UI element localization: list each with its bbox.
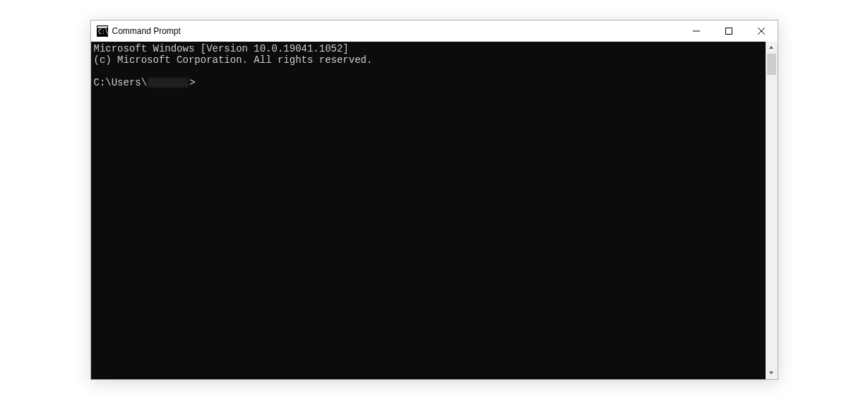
maximize-button[interactable] xyxy=(713,20,745,42)
svg-rect-3 xyxy=(693,30,700,31)
svg-text:C:\: C:\ xyxy=(98,29,108,35)
minimize-button[interactable] xyxy=(680,20,713,42)
svg-rect-1 xyxy=(97,26,107,28)
scroll-up-arrow[interactable] xyxy=(766,42,778,54)
svg-marker-8 xyxy=(769,371,773,374)
window-title: Command Prompt xyxy=(112,26,680,36)
prompt-prefix: C:\Users\ xyxy=(94,77,148,88)
scroll-down-arrow[interactable] xyxy=(766,367,778,379)
copyright-line: (c) Microsoft Corporation. All rights re… xyxy=(94,54,373,66)
redacted-username xyxy=(148,78,189,88)
svg-marker-7 xyxy=(769,46,773,49)
prompt-suffix: > xyxy=(189,77,195,88)
vertical-scrollbar[interactable] xyxy=(766,42,778,379)
command-prompt-window: C:\ Command Prompt Microsoft Windows [Ve… xyxy=(90,20,778,380)
close-button[interactable] xyxy=(745,20,778,42)
svg-rect-4 xyxy=(725,28,732,34)
terminal-output[interactable]: Microsoft Windows [Version 10.0.19041.10… xyxy=(91,42,766,379)
cmd-icon: C:\ xyxy=(97,25,108,37)
titlebar[interactable]: C:\ Command Prompt xyxy=(91,20,778,42)
version-line: Microsoft Windows [Version 10.0.19041.10… xyxy=(94,43,349,54)
client-area: Microsoft Windows [Version 10.0.19041.10… xyxy=(91,42,778,379)
prompt-line: C:\Users\> xyxy=(94,77,763,88)
window-controls xyxy=(680,20,778,42)
scroll-thumb[interactable] xyxy=(767,54,776,75)
scroll-track[interactable] xyxy=(766,54,778,367)
